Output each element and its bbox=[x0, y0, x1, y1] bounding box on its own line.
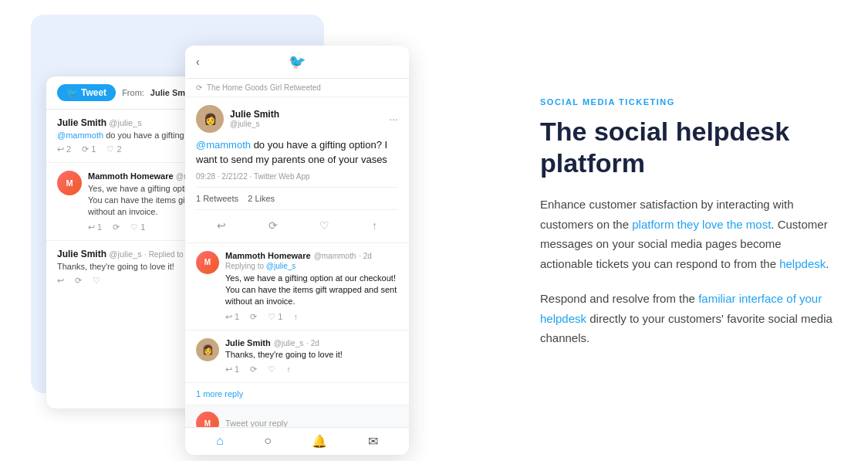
retweet-count: 1 Retweets bbox=[196, 194, 238, 203]
helpdesk-link: helpdesk bbox=[779, 257, 826, 270]
mammoth-heart-action[interactable]: ♡ 1 bbox=[268, 312, 282, 322]
ticket3-replied: · Replied to bbox=[144, 250, 185, 259]
tweet-mention: @mammoth bbox=[196, 139, 251, 151]
mammoth-thread-content: Mammoth Homeware @mammoth · 2d Replying … bbox=[225, 251, 398, 322]
mammoth-thread-handle: @mammoth bbox=[314, 252, 356, 260]
julie-avatar: 👩 bbox=[196, 105, 224, 133]
ticket1-username: Julie Smith bbox=[57, 117, 106, 128]
mammoth-thread-text: Yes, we have a gifting option at our che… bbox=[225, 273, 398, 308]
mammoth-share-action[interactable]: ↑ bbox=[293, 312, 298, 322]
julie-thread-time: · 2d bbox=[306, 339, 319, 347]
ticket3-heart-icon: ♡ bbox=[93, 276, 100, 286]
twitter-bird-icon: 🐦 bbox=[66, 87, 78, 98]
tweet-reply-icon[interactable]: ↩ bbox=[217, 219, 226, 232]
ticket1-heart-icon: ♡ 2 bbox=[106, 144, 121, 154]
mammoth-replying-link[interactable]: @julie_s bbox=[266, 262, 296, 270]
julie-reply-action[interactable]: ↩ 1 bbox=[225, 364, 239, 375]
mammoth-reply-action[interactable]: ↩ 1 bbox=[225, 312, 239, 322]
home-nav-icon[interactable]: ⌂ bbox=[216, 434, 224, 448]
thread-reply-mammoth: M Mammoth Homeware @mammoth · 2d Replyin… bbox=[185, 243, 409, 330]
more-options-icon[interactable]: ··· bbox=[389, 113, 398, 125]
twitter-thread-panel: ‹ 🐦 ⟳ The Home Goods Girl Retweeted 👩 Ju… bbox=[185, 46, 409, 455]
left-section: 🐦 Tweet From: Julie Smith @julie_s Julie… bbox=[31, 15, 509, 447]
platform-link: platform they love the most bbox=[632, 218, 771, 231]
ticket1-retweet-icon: ⟳ 1 bbox=[82, 144, 96, 154]
main-tweet: 👩 Julie Smith @julie_s ··· @mammoth do y… bbox=[185, 97, 409, 243]
main-tweet-username: Julie Smith bbox=[230, 109, 383, 120]
mammoth-thread-user-line: Mammoth Homeware @mammoth · 2d bbox=[225, 251, 398, 260]
main-tweet-body: @mammoth do you have a gifting option? I… bbox=[196, 137, 398, 168]
back-icon[interactable]: ‹ bbox=[196, 56, 200, 68]
tweet-btn-label: Tweet bbox=[81, 87, 106, 98]
ticket1-mention: @mammoth bbox=[57, 131, 103, 140]
section-label: SOCIAL MEDIA TICKETING bbox=[540, 97, 833, 107]
mammoth-username: Mammoth Homeware bbox=[88, 171, 174, 181]
julie-share-action[interactable]: ↑ bbox=[286, 364, 291, 375]
search-nav-icon[interactable]: ○ bbox=[264, 434, 272, 448]
julie-thread-content: Julie Smith @julie_s · 2d Thanks, they'r… bbox=[225, 338, 398, 375]
main-heading: The social helpdesk platform bbox=[540, 116, 833, 179]
mammoth-thread-avatar: M bbox=[196, 251, 219, 274]
tweet-button[interactable]: 🐦 Tweet bbox=[57, 84, 116, 101]
mammoth-replying-to: Replying to @julie_s bbox=[225, 260, 398, 271]
likes-count: 2 Likes bbox=[248, 194, 275, 203]
mammoth-heart-icon: ♡ 1 bbox=[130, 222, 145, 232]
ticket1-handle: @julie_s bbox=[109, 118, 141, 127]
right-section: SOCIAL MEDIA TICKETING The social helpde… bbox=[509, 97, 833, 363]
retweet-icon: ⟳ bbox=[196, 83, 202, 92]
twitter-nav-bar: ‹ 🐦 bbox=[185, 46, 409, 79]
bell-nav-icon[interactable]: 🔔 bbox=[312, 434, 327, 449]
mammoth-reply-icon: ↩ 1 bbox=[88, 222, 102, 232]
more-replies[interactable]: 1 more reply bbox=[185, 383, 409, 405]
mammoth-thread-username: Mammoth Homeware bbox=[225, 251, 311, 260]
main-container: 🐦 Tweet From: Julie Smith @julie_s Julie… bbox=[0, 0, 868, 461]
tweet-action-row: ↩ ⟳ ♡ ↑ bbox=[196, 216, 398, 235]
main-tweet-user-info: Julie Smith @julie_s bbox=[230, 109, 383, 128]
julie-retweet-action[interactable]: ⟳ bbox=[250, 364, 257, 375]
twitter-bottom-nav: ⌂ ○ 🔔 ✉ bbox=[185, 427, 409, 455]
main-tweet-user-row: 👩 Julie Smith @julie_s ··· bbox=[196, 105, 398, 133]
ticket3-handle: @julie_s bbox=[109, 249, 141, 259]
julie-thread-avatar: 👩 bbox=[196, 338, 219, 361]
julie-thread-text: Thanks, they're going to love it! bbox=[225, 349, 398, 361]
julie-thread-user-line: Julie Smith @julie_s · 2d bbox=[225, 338, 398, 347]
retweet-bar: ⟳ The Home Goods Girl Retweeted bbox=[185, 79, 409, 97]
mail-nav-icon[interactable]: ✉ bbox=[368, 434, 378, 449]
ticket3-reply-icon: ↩ bbox=[57, 276, 64, 286]
tweet-meta: 09:28 · 2/21/22 · Twitter Web App bbox=[196, 172, 398, 181]
ticket1-reply-icon: ↩ 2 bbox=[57, 144, 71, 154]
tweet-time: 09:28 · 2/21/22 · Twitter Web App bbox=[196, 172, 310, 181]
ticket3-username: Julie Smith bbox=[57, 249, 106, 259]
thread-reply-julie: 👩 Julie Smith @julie_s · 2d Thanks, they… bbox=[185, 330, 409, 383]
main-tweet-handle: @julie_s bbox=[230, 120, 383, 128]
retweet-label: The Home Goods Girl Retweeted bbox=[207, 83, 321, 92]
from-label: From: bbox=[122, 88, 144, 97]
description-para1: Enhance customer satisfaction by interac… bbox=[540, 195, 833, 273]
mammoth-thread-actions: ↩ 1 ⟳ ♡ 1 ↑ bbox=[225, 312, 398, 322]
julie-thread-actions: ↩ 1 ⟳ ♡ ↑ bbox=[225, 364, 398, 375]
tweet-heart-icon[interactable]: ♡ bbox=[319, 219, 329, 232]
mammoth-avatar: M bbox=[57, 171, 82, 195]
mammoth-thread-time: · 2d bbox=[359, 252, 372, 260]
julie-thread-handle: @julie_s bbox=[274, 339, 304, 347]
ticket3-retweet-icon: ⟳ bbox=[75, 276, 82, 286]
familiar-link: familiar interface of your helpdesk bbox=[540, 292, 822, 325]
julie-heart-action[interactable]: ♡ bbox=[268, 364, 275, 375]
mammoth-retweet-icon: ⟳ bbox=[113, 222, 120, 232]
twitter-logo-icon: 🐦 bbox=[289, 53, 306, 70]
tweet-share-icon[interactable]: ↑ bbox=[372, 219, 377, 232]
julie-thread-username: Julie Smith bbox=[225, 338, 271, 347]
mammoth-retweet-action[interactable]: ⟳ bbox=[250, 312, 257, 322]
tweet-stats: 1 Retweets 2 Likes bbox=[196, 187, 398, 210]
tweet-retweet-icon[interactable]: ⟳ bbox=[269, 219, 278, 232]
description-para2: Respond and resolve from the familiar in… bbox=[540, 289, 833, 348]
